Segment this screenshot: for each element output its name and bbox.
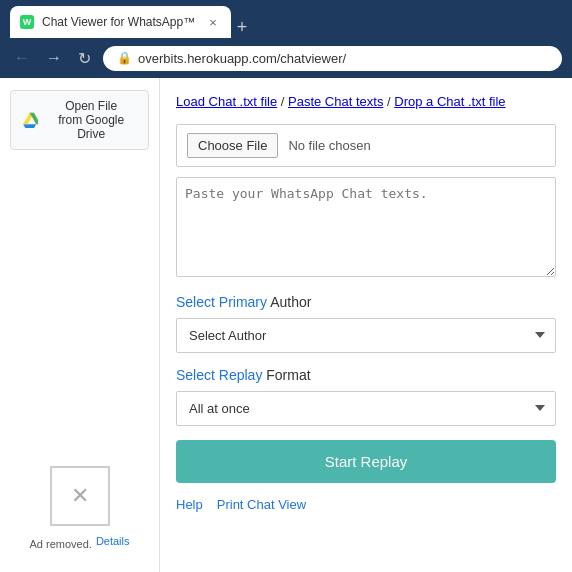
address-text: overbits.herokuapp.com/chatviewer/ <box>138 51 346 66</box>
ad-placeholder: ✕ Ad removed. Details <box>10 456 149 560</box>
browser-title-bar: W Chat Viewer for WhatsApp™ × + <box>0 0 572 38</box>
back-button[interactable]: ← <box>10 47 34 69</box>
file-input-row: Choose File No file chosen <box>176 124 556 167</box>
ad-box: ✕ <box>50 466 110 526</box>
bottom-links: Help Print Chat View <box>176 497 556 512</box>
start-replay-button[interactable]: Start Replay <box>176 440 556 483</box>
reload-button[interactable]: ↻ <box>74 47 95 70</box>
gdrive-icon <box>21 111 38 129</box>
lock-icon: 🔒 <box>117 51 132 65</box>
new-tab-button[interactable]: + <box>237 17 248 38</box>
select-primary-author-label: Select Primary Author <box>176 294 556 310</box>
select-replay-format-dropdown[interactable]: All at once <box>176 391 556 426</box>
print-chat-link[interactable]: Print Chat View <box>217 497 306 512</box>
active-tab[interactable]: W Chat Viewer for WhatsApp™ × <box>10 6 231 38</box>
load-chat-links: Load Chat .txt file / Paste Chat texts /… <box>176 92 556 112</box>
address-bar-row: ← → ↻ 🔒 overbits.herokuapp.com/chatviewe… <box>0 38 572 78</box>
paste-chat-textarea[interactable] <box>176 177 556 277</box>
ad-details-link[interactable]: Details <box>96 535 130 547</box>
forward-button[interactable]: → <box>42 47 66 69</box>
tab-area: W Chat Viewer for WhatsApp™ × + <box>10 0 562 38</box>
gdrive-btn-text: Open File from Google Drive <box>44 99 138 141</box>
ad-removed-text: Ad removed. <box>30 538 92 550</box>
sidebar: Open File from Google Drive ✕ Ad removed… <box>0 78 160 572</box>
main-area: Load Chat .txt file / Paste Chat texts /… <box>160 78 572 572</box>
help-link[interactable]: Help <box>176 497 203 512</box>
address-bar[interactable]: 🔒 overbits.herokuapp.com/chatviewer/ <box>103 46 562 71</box>
select-replay-format-label: Select Replay Format <box>176 367 556 383</box>
drop-chat-link[interactable]: Drop a Chat .txt file <box>394 94 505 109</box>
separator-1: / <box>277 94 288 109</box>
separator-2: / <box>383 94 394 109</box>
tab-label: Chat Viewer for WhatsApp™ <box>42 15 195 29</box>
tab-favicon: W <box>20 15 34 29</box>
page-content: Open File from Google Drive ✕ Ad removed… <box>0 78 572 572</box>
choose-file-button[interactable]: Choose File <box>187 133 278 158</box>
file-status: No file chosen <box>288 138 370 153</box>
paste-chat-link[interactable]: Paste Chat texts <box>288 94 383 109</box>
select-author-dropdown[interactable]: Select Author <box>176 318 556 353</box>
load-chat-file-link[interactable]: Load Chat .txt file <box>176 94 277 109</box>
tab-close-button[interactable]: × <box>209 15 217 30</box>
open-from-gdrive-button[interactable]: Open File from Google Drive <box>10 90 149 150</box>
